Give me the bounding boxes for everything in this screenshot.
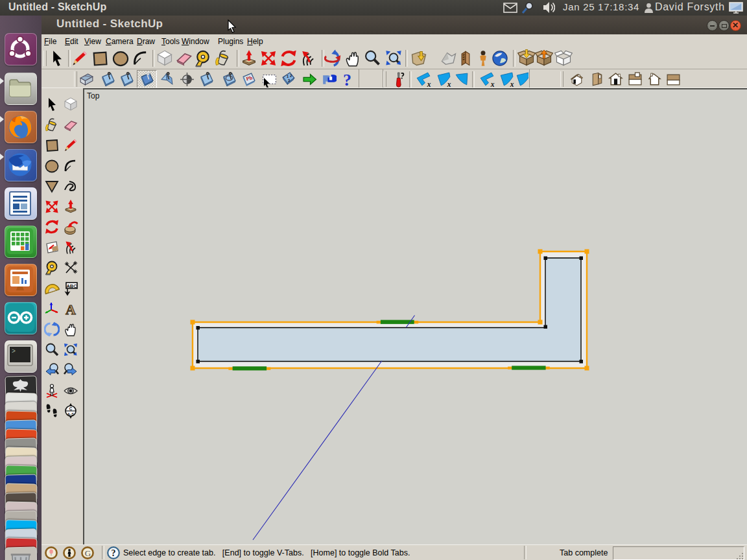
svg-text:x: x	[447, 80, 451, 88]
svg-text:>: >	[12, 348, 16, 355]
svg-text:A: A	[65, 301, 76, 317]
svg-text:3: 3	[288, 78, 290, 82]
svg-text:x: x	[490, 80, 495, 88]
svg-text:G: G	[85, 548, 91, 558]
svg-text:2: 2	[290, 74, 292, 78]
svg-text:?: ?	[343, 71, 351, 88]
svg-text:A-S: A-S	[67, 412, 74, 416]
svg-text:C: C	[69, 406, 73, 411]
svg-text:?: ?	[112, 548, 116, 558]
svg-text:ABC: ABC	[66, 283, 77, 288]
svg-text:x: x	[426, 80, 431, 88]
svg-text:x: x	[510, 80, 514, 88]
